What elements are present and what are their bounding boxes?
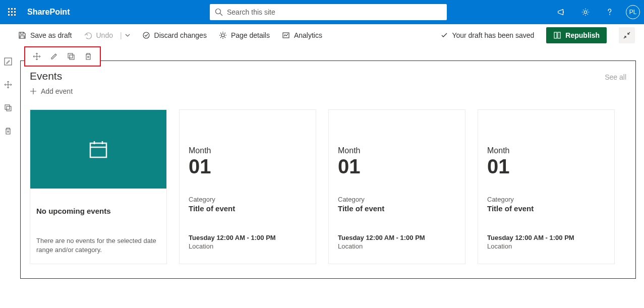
event-card[interactable]: Month 01 Category Title of event Tuesday… [328,109,465,264]
trash-icon [4,127,12,135]
svg-rect-4 [11,11,13,13]
event-category: Category [487,196,605,203]
event-time: Tuesday 12:00 AM - 1:00 PM [487,234,605,241]
undo-label: Undo [96,31,113,39]
event-card[interactable]: Month 01 Category Title of event Tuesday… [478,109,615,264]
event-category: Category [189,196,307,203]
move-webpart-button[interactable] [28,49,45,64]
see-all-link[interactable]: See all [605,73,626,81]
svg-line-10 [220,14,223,16]
no-events-description: There are no events for the selected dat… [36,236,160,255]
command-bar: Save as draft Undo | Discard changes Pag… [0,24,644,46]
settings-icon[interactable] [574,0,597,24]
svg-rect-23 [70,55,74,59]
search-input[interactable]: Search this site [210,4,447,20]
svg-rect-0 [8,8,10,10]
pencil-icon [50,52,58,60]
analytics-icon [282,31,290,39]
collapse-icon [623,32,630,39]
svg-rect-5 [14,11,16,13]
help-icon[interactable] [599,0,621,24]
event-month: Month [338,146,456,155]
draft-saved-label: Your draft has been saved [452,31,534,39]
svg-rect-2 [14,8,16,10]
event-title: Title of event [487,204,605,213]
duplicate-webpart-button[interactable] [63,49,80,64]
save-icon [18,31,26,39]
duplicate-icon [4,104,12,112]
gear-icon [219,31,227,39]
page-details-label: Page details [231,31,270,39]
event-title: Title of event [338,204,456,213]
event-day: 01 [189,156,307,176]
event-location: Location [487,242,605,250]
checkmark-icon [441,32,448,39]
svg-point-9 [216,9,221,14]
webpart-toolbar [24,46,101,67]
app-launcher-icon[interactable] [4,4,20,20]
event-day: 01 [487,156,605,176]
undo-button: Undo | [84,24,130,46]
republish-button[interactable]: Republish [546,27,607,43]
events-webpart: Events See all Add event No upcoming eve… [20,60,636,279]
left-rail [0,46,16,279]
edit-section-button[interactable] [1,54,15,69]
event-time: Tuesday 12:00 AM - 1:00 PM [338,234,456,241]
event-card[interactable]: Month 01 Category Title of event Tuesday… [179,109,316,264]
page-details-button[interactable]: Page details [219,24,270,46]
move-section-button[interactable] [1,78,15,92]
svg-rect-3 [8,11,10,13]
svg-rect-20 [5,105,10,109]
svg-rect-7 [11,14,13,16]
analytics-label: Analytics [294,31,322,39]
duplicate-section-button[interactable] [1,101,15,115]
svg-point-12 [609,14,610,15]
discard-changes-button[interactable]: Discard changes [142,24,207,46]
event-time: Tuesday 12:00 AM - 1:00 PM [189,234,307,241]
search-placeholder: Search this site [227,8,275,16]
discard-changes-label: Discard changes [154,31,207,39]
collapse-button[interactable] [619,27,635,43]
search-icon [215,8,223,16]
megaphone-icon[interactable] [550,0,572,24]
svg-point-11 [584,11,587,13]
analytics-button[interactable]: Analytics [282,24,322,46]
svg-rect-22 [68,53,73,58]
event-month: Month [189,146,307,155]
app-name[interactable]: SharePoint [24,8,73,17]
plus-icon [30,88,37,95]
add-event-label: Add event [41,87,73,95]
no-events-title: No upcoming events [36,207,160,215]
svg-rect-18 [558,32,560,38]
calendar-icon [86,137,110,161]
event-title: Title of event [189,204,307,213]
suite-bar: SharePoint Search this site PL [0,0,644,24]
move-icon [4,81,12,89]
delete-section-button[interactable] [1,124,15,138]
edit-webpart-button[interactable] [45,49,63,64]
svg-rect-17 [554,32,557,38]
no-upcoming-events-card: No upcoming events There are no events f… [30,109,167,264]
svg-point-13 [143,32,149,38]
pencil-box-icon [4,57,12,66]
svg-rect-6 [8,14,10,16]
svg-rect-8 [14,14,16,16]
discard-icon [142,31,150,39]
chevron-down-icon[interactable] [125,33,130,38]
user-avatar[interactable]: PL [626,5,640,19]
trash-icon [84,52,92,60]
move-icon [33,52,41,60]
add-event-button[interactable]: Add event [30,87,626,95]
duplicate-icon [67,52,75,60]
republish-label: Republish [565,31,600,39]
republish-icon [553,31,561,39]
save-as-draft-button[interactable]: Save as draft [18,24,72,46]
svg-point-15 [221,34,224,37]
event-day: 01 [338,156,456,176]
event-location: Location [338,242,456,250]
delete-webpart-button[interactable] [80,49,97,64]
avatar-initials: PL [629,9,637,16]
webpart-title: Events [30,70,62,82]
draft-saved-status: Your draft has been saved [441,31,534,39]
event-category: Category [338,196,456,203]
